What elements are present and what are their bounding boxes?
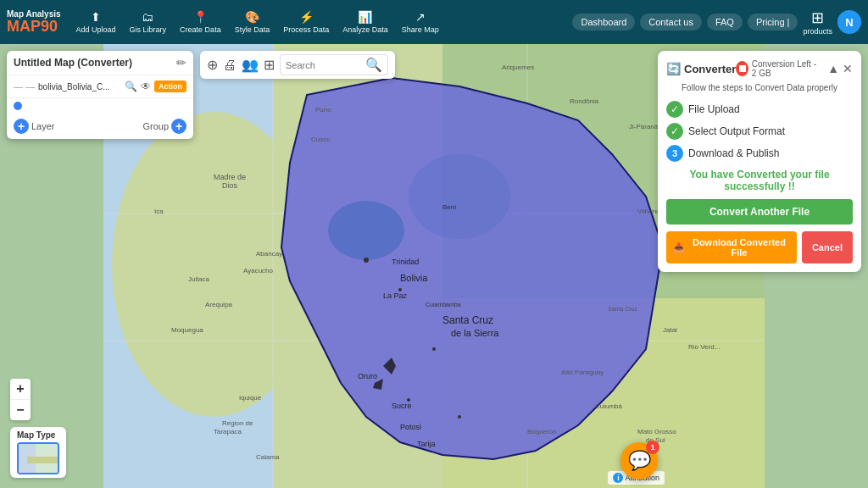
search-input[interactable] bbox=[286, 60, 362, 70]
nav-create-data[interactable]: 📍 Create Data bbox=[175, 7, 226, 37]
svg-text:Calama: Calama bbox=[256, 453, 280, 461]
faq-button[interactable]: FAQ bbox=[707, 14, 743, 30]
panel-title: Untitled Map (Converter) bbox=[14, 57, 132, 69]
topbar: Map Analysis MAP90 ⬆ Add Upload 🗂 Gis Li… bbox=[0, 0, 868, 44]
converter-title-text: Converter bbox=[684, 63, 736, 75]
svg-text:Tarija: Tarija bbox=[417, 440, 436, 448]
info-icon: i bbox=[613, 473, 623, 483]
svg-text:Iquique: Iquique bbox=[239, 394, 262, 402]
svg-text:La Paz: La Paz bbox=[383, 291, 408, 300]
converter-header: 🔄 Converter Conversion Left - 2 GB ▲ ✕ bbox=[666, 59, 853, 78]
library-icon: 🗂 bbox=[142, 10, 153, 24]
edit-panel-button[interactable]: ✏ bbox=[176, 56, 186, 69]
topbar-right: Dashboard Contact us FAQ Pricing | ⊞ pro… bbox=[572, 8, 861, 36]
layer-row: — — bolivia_Bolivia_C... 🔍 👁 Action bbox=[7, 75, 193, 98]
dashboard-button[interactable]: Dashboard bbox=[572, 14, 635, 30]
nav-share-map[interactable]: ↗ Share Map bbox=[397, 7, 444, 37]
print-button[interactable]: 🖨 bbox=[223, 58, 236, 73]
svg-text:Abancay: Abancay bbox=[256, 250, 282, 258]
svg-text:Cusco: Cusco bbox=[311, 136, 331, 143]
search-layer-button[interactable]: 🔍 bbox=[125, 80, 137, 92]
stop-button[interactable] bbox=[736, 61, 748, 76]
svg-text:Puno: Puno bbox=[315, 106, 331, 114]
svg-text:Mato Grosso: Mato Grosso bbox=[637, 428, 676, 435]
zoom-in-button[interactable]: + bbox=[10, 379, 31, 399]
converter-subtitle: Follow the steps to Convert Data properl… bbox=[666, 83, 853, 92]
nav-style-data-label: Style Data bbox=[235, 25, 270, 34]
success-message: You have Converted your file successfull… bbox=[666, 169, 853, 192]
converter-refresh-icon: 🔄 bbox=[666, 62, 681, 75]
zoom-controls: + − bbox=[10, 379, 31, 420]
nav-gis-library[interactable]: 🗂 Gis Library bbox=[125, 7, 172, 37]
nav-add-upload[interactable]: ⬆ Add Upload bbox=[71, 7, 121, 37]
user-initial: N bbox=[845, 16, 853, 29]
svg-text:Ariquemes: Ariquemes bbox=[502, 64, 534, 71]
main-content: Bolivia Santa Cruz de la Sierra La Paz S… bbox=[0, 44, 868, 488]
svg-text:Rondônia: Rondônia bbox=[570, 97, 599, 105]
nav-share-map-label: Share Map bbox=[402, 25, 439, 34]
products-button[interactable]: ⊞ products bbox=[803, 8, 832, 36]
step-3-num: 3 bbox=[666, 145, 683, 162]
svg-rect-55 bbox=[27, 457, 59, 463]
svg-text:Madre de: Madre de bbox=[214, 173, 246, 181]
bottom-action-buttons: 📥 Download Converted File Cancel bbox=[666, 231, 853, 263]
group-label: Group bbox=[142, 121, 169, 131]
action-button[interactable]: Action bbox=[154, 80, 186, 92]
map-type-thumbnail bbox=[17, 442, 59, 474]
svg-text:Dios: Dios bbox=[222, 181, 238, 190]
layer-label: Layer bbox=[31, 121, 55, 131]
map-type-label: Map Type bbox=[17, 430, 59, 440]
stop-icon bbox=[739, 65, 746, 72]
convert-another-button[interactable]: Convert Another File bbox=[666, 199, 853, 225]
svg-point-14 bbox=[458, 415, 461, 419]
add-group-icon: + bbox=[171, 119, 186, 134]
add-layer-button[interactable]: + Layer bbox=[14, 119, 55, 134]
svg-point-12 bbox=[432, 347, 436, 351]
chat-widget[interactable]: 💬 1 bbox=[620, 442, 658, 480]
brand-logo-area: Map Analysis MAP90 bbox=[7, 10, 61, 34]
crosshair-button[interactable]: ⊕ bbox=[207, 57, 218, 73]
svg-point-49 bbox=[409, 154, 510, 239]
svg-text:Potosi: Potosi bbox=[400, 423, 421, 431]
svg-text:Cuiumbá: Cuiumbá bbox=[595, 402, 623, 410]
search-box: 🔍 bbox=[280, 54, 388, 75]
step-3-row: 3 Download & Publish bbox=[666, 145, 853, 162]
converter-panel: 🔄 Converter Conversion Left - 2 GB ▲ ✕ F… bbox=[658, 51, 861, 272]
nav-process-data[interactable]: ⚡ Process Data bbox=[278, 7, 334, 37]
svg-point-9 bbox=[328, 201, 404, 260]
toggle-visibility-button[interactable]: 👁 bbox=[141, 80, 151, 92]
svg-text:Moquegua: Moquegua bbox=[171, 326, 203, 334]
minimize-button[interactable]: ▲ bbox=[827, 62, 839, 75]
contact-button[interactable]: Contact us bbox=[640, 14, 702, 30]
step-1-check: ✓ bbox=[666, 101, 683, 118]
nav-process-data-label: Process Data bbox=[283, 25, 329, 34]
svg-text:Jatal: Jatal bbox=[663, 326, 677, 334]
share-icon: ↗ bbox=[415, 10, 426, 24]
svg-text:Ji-Paraná: Ji-Paraná bbox=[629, 123, 659, 130]
chat-badge: 1 bbox=[646, 441, 659, 454]
pricing-button[interactable]: Pricing | bbox=[748, 14, 798, 30]
svg-text:Beni: Beni bbox=[442, 203, 456, 211]
map-type-selector[interactable]: Map Type bbox=[10, 427, 66, 478]
nav-analyze-data-label: Analyze Data bbox=[342, 25, 388, 34]
close-button[interactable]: ✕ bbox=[843, 62, 853, 75]
users-button[interactable]: 👥 bbox=[242, 57, 259, 73]
nav-analyze-data[interactable]: 📊 Analyze Data bbox=[337, 7, 393, 37]
layer-filename: bolivia_Bolivia_C... bbox=[38, 82, 121, 92]
nav-style-data[interactable]: 🎨 Style Data bbox=[230, 7, 275, 37]
cancel-button[interactable]: Cancel bbox=[802, 231, 853, 263]
svg-text:Ayacucho: Ayacucho bbox=[243, 267, 274, 274]
step-2-row: ✓ Select Output Format bbox=[666, 123, 853, 140]
svg-text:Ica: Ica bbox=[154, 208, 164, 215]
table-button[interactable]: ⊞ bbox=[264, 57, 275, 73]
download-button[interactable]: 📥 Download Converted File bbox=[666, 231, 797, 263]
converter-header-controls: Conversion Left - 2 GB ▲ ✕ bbox=[736, 59, 853, 78]
analyze-icon: 📊 bbox=[358, 10, 372, 24]
user-avatar[interactable]: N bbox=[837, 10, 861, 34]
process-icon: ⚡ bbox=[299, 10, 314, 24]
zoom-out-button[interactable]: − bbox=[10, 400, 31, 420]
products-label: products bbox=[803, 27, 832, 36]
create-icon: 📍 bbox=[193, 10, 208, 24]
add-group-button[interactable]: Group + bbox=[142, 119, 186, 134]
style-icon: 🎨 bbox=[245, 10, 259, 24]
